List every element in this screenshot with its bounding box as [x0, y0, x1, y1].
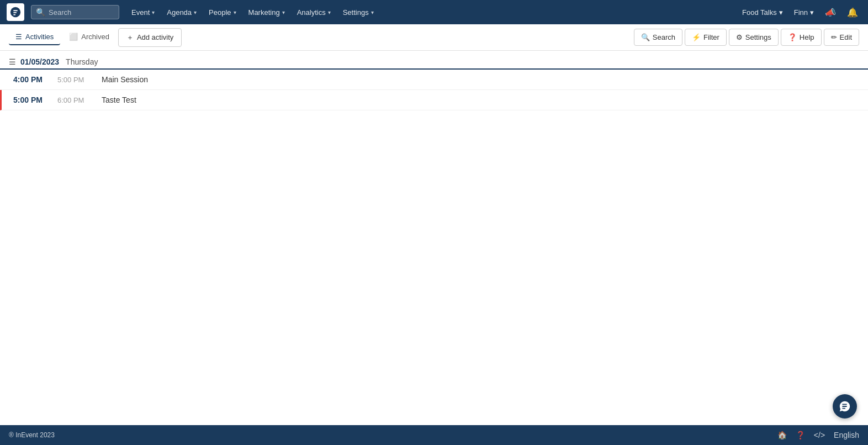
language-selector[interactable]: English [834, 431, 859, 439]
nav-item-settings[interactable]: Settings ▾ [337, 5, 379, 20]
main-content: ☰ 01/05/2023 Thursday 4:00 PM 5:00 PM Ma… [0, 51, 868, 425]
help-button-label: Help [800, 33, 814, 41]
settings-icon: ⚙ [736, 33, 743, 41]
nav-item-agenda-label: Agenda [167, 8, 192, 17]
chevron-down-icon: ▾ [152, 9, 155, 15]
chat-bubble-button[interactable] [833, 394, 857, 418]
help-button[interactable]: ❓ Help [781, 29, 822, 46]
tab-archived-label: Archived [81, 33, 109, 41]
tab-activities-label: Activities [25, 33, 54, 41]
agenda-day: Thursday [66, 57, 98, 66]
edit-icon: ✏ [831, 33, 837, 41]
home-icon[interactable]: 🏠 [777, 431, 787, 439]
nav-right: Food Talks ▾ Finn ▾ 📣 🔔 [739, 5, 861, 20]
toolbar-left: ☰ Activities ⬜ Archived ＋ Add activity [9, 28, 632, 47]
filter-button-label: Filter [703, 33, 719, 41]
footer: ® InEvent 2023 🏠 ❓ </> English [0, 425, 868, 445]
bell-icon[interactable]: 🔔 [844, 5, 861, 20]
search-button[interactable]: 🔍 Search [634, 29, 682, 46]
footer-right: 🏠 ❓ </> English [777, 431, 859, 439]
chevron-down-icon: ▾ [779, 8, 783, 17]
nav-items: Event ▾ Agenda ▾ People ▾ Marketing ▾ An… [126, 5, 737, 20]
activity-end-time: 5:00 PM [57, 76, 102, 84]
chevron-down-icon: ▾ [234, 9, 236, 15]
collapse-button[interactable]: ☰ [9, 57, 16, 66]
nav-item-people-label: People [209, 8, 231, 17]
top-navigation: 🔍 Event ▾ Agenda ▾ People ▾ Marketing ▾ … [0, 0, 868, 24]
add-activity-label: Add activity [137, 33, 173, 41]
activity-name: Main Session [102, 75, 859, 84]
nav-item-analytics[interactable]: Analytics ▾ [292, 5, 336, 20]
activity-row[interactable]: 5:00 PM 6:00 PM Taste Test [0, 90, 868, 110]
copyright-text: ® InEvent 2023 [9, 431, 55, 439]
activity-start-time: 4:00 PM [13, 75, 57, 84]
nav-item-settings-label: Settings [343, 8, 369, 17]
chevron-down-icon: ▾ [194, 9, 197, 15]
nav-item-event-label: Event [131, 8, 150, 17]
settings-button-label: Settings [745, 33, 771, 41]
user-name-button[interactable]: Finn ▾ [791, 6, 817, 19]
nav-item-marketing[interactable]: Marketing ▾ [243, 5, 290, 20]
app-logo[interactable] [7, 3, 24, 21]
nav-item-analytics-label: Analytics [297, 8, 326, 17]
filter-icon: ⚡ [692, 33, 701, 41]
event-name-label: Food Talks [742, 8, 777, 17]
tab-archived[interactable]: ⬜ Archived [62, 29, 116, 45]
archive-icon: ⬜ [69, 33, 78, 41]
agenda-date: 01/05/2023 [20, 57, 59, 66]
plus-icon: ＋ [126, 33, 134, 43]
chevron-down-icon: ▾ [371, 9, 374, 15]
activity-start-time: 5:00 PM [13, 96, 57, 104]
toolbar: ☰ Activities ⬜ Archived ＋ Add activity 🔍… [0, 24, 868, 51]
event-name-button[interactable]: Food Talks ▾ [739, 6, 786, 19]
chevron-down-icon: ▾ [328, 9, 331, 15]
chevron-down-icon: ▾ [810, 8, 814, 17]
user-name-label: Finn [794, 8, 808, 17]
megaphone-icon[interactable]: 📣 [822, 5, 839, 20]
search-button-label: Search [653, 33, 675, 41]
activity-row[interactable]: 4:00 PM 5:00 PM Main Session [0, 70, 868, 90]
search-input[interactable] [49, 8, 114, 17]
nav-item-agenda[interactable]: Agenda ▾ [161, 5, 202, 20]
help-icon: ❓ [788, 33, 797, 41]
calendar-icon: ☰ [15, 33, 22, 41]
search-icon: 🔍 [36, 8, 45, 17]
toolbar-right: 🔍 Search ⚡ Filter ⚙ Settings ❓ Help ✏ Ed… [634, 29, 859, 46]
add-activity-button[interactable]: ＋ Add activity [118, 28, 182, 47]
tab-activities[interactable]: ☰ Activities [9, 29, 60, 45]
search-icon: 🔍 [641, 33, 650, 41]
edit-button[interactable]: ✏ Edit [824, 29, 859, 46]
date-header: ☰ 01/05/2023 Thursday [0, 51, 868, 70]
nav-item-event[interactable]: Event ▾ [126, 5, 160, 20]
edit-button-label: Edit [840, 33, 852, 41]
filter-button[interactable]: ⚡ Filter [685, 29, 727, 46]
search-bar[interactable]: 🔍 [31, 5, 119, 19]
code-icon[interactable]: </> [814, 431, 825, 439]
nav-item-marketing-label: Marketing [248, 8, 280, 17]
chevron-down-icon: ▾ [282, 9, 285, 15]
activity-end-time: 6:00 PM [57, 96, 102, 104]
question-icon[interactable]: ❓ [796, 431, 805, 439]
nav-item-people[interactable]: People ▾ [203, 5, 241, 20]
settings-button[interactable]: ⚙ Settings [729, 29, 779, 46]
activity-name: Taste Test [102, 96, 859, 104]
